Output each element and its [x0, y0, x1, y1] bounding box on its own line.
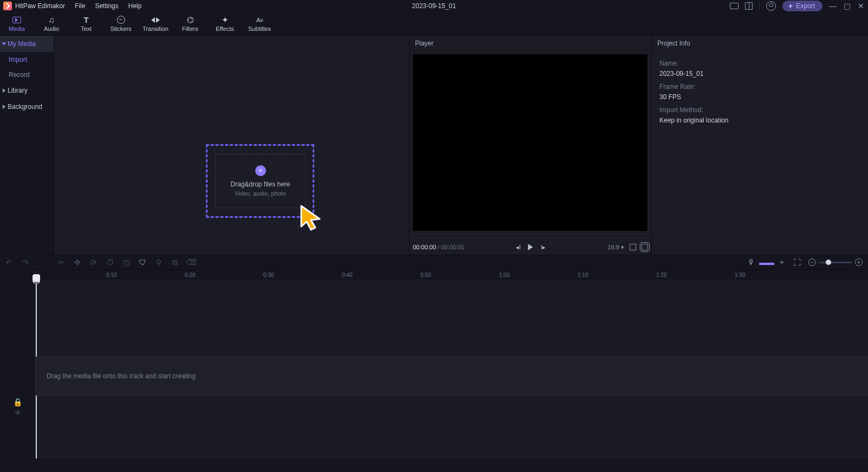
chevron-down-icon [2, 43, 7, 46]
player-viewport[interactable] [413, 54, 648, 231]
dropzone-line2: Video, audio, photo [235, 190, 286, 197]
dropzone-line1: Drag&drop files here [230, 180, 290, 188]
marker-button[interactable]: 🛡 [139, 258, 146, 266]
zoom-out-button[interactable]: − [808, 258, 816, 266]
export-button[interactable]: Export [782, 1, 822, 11]
tab-effects[interactable]: Effects [212, 16, 237, 32]
menu-file[interactable]: File [75, 2, 85, 10]
timecode-duration: 00:00:00 [441, 244, 464, 250]
zoom-thumb[interactable] [826, 260, 831, 265]
add-marker-button[interactable]: ＋ [778, 258, 786, 266]
export-label: Export [796, 2, 815, 10]
timecode-sep: / [436, 244, 441, 250]
auto-cut-button[interactable]: ▬▬ [763, 258, 770, 266]
account-icon[interactable] [766, 1, 776, 11]
ruler-tick: 0:10 [106, 272, 116, 278]
tab-transition[interactable]: Transition [143, 16, 168, 32]
project-info-panel: Project Info Name: 2023-09-15_01 Frame R… [651, 36, 868, 255]
aspect-ratio-select[interactable]: 16:9 ▾ [608, 244, 624, 251]
ruler-tick: 0:30 [263, 272, 274, 278]
transition-icon [151, 17, 160, 23]
timeline-tracks[interactable]: Drag the media file onto this track and … [36, 281, 868, 458]
tab-subtitles-label: Subtitles [248, 25, 271, 32]
sidebar-item-background[interactable]: Background [0, 99, 54, 115]
fit-button[interactable]: ⛶ [793, 258, 801, 266]
tab-stickers[interactable]: Stickers [108, 16, 133, 32]
timecode: 00:00:00 / 00:00:00 [413, 244, 464, 250]
window-close-button[interactable] [857, 2, 865, 10]
video-track[interactable]: Drag the media file onto this track and … [36, 357, 868, 396]
menu-bar: File Settings Help [75, 2, 141, 10]
ruler-tick: 1:20 [656, 272, 666, 278]
zoom-in-button[interactable]: + [855, 258, 863, 266]
menu-settings[interactable]: Settings [95, 2, 118, 10]
zoom-track[interactable] [819, 262, 852, 263]
divider [759, 2, 760, 10]
window-maximize-button[interactable] [843, 2, 851, 10]
adjust-button[interactable]: ⚲ [155, 258, 163, 266]
title-bar: HitPaw Edimakor File Settings Help 2023-… [0, 0, 868, 12]
redo-button[interactable]: ↷ [22, 258, 29, 266]
sidebar-item-import[interactable]: Import [0, 52, 54, 67]
empty-area-top [36, 281, 868, 340]
tab-text-label: Text [81, 25, 92, 32]
filters-icon [185, 16, 195, 24]
snapshot-button[interactable] [630, 244, 636, 250]
subtitles-icon [255, 16, 264, 24]
play-button[interactable] [528, 244, 533, 250]
sidebar-item-record[interactable]: Record [0, 67, 54, 82]
track-button[interactable]: ⧉ [171, 258, 179, 266]
timeline: 🔒 👁 Drag the media file onto this track … [0, 281, 868, 458]
audio-icon [47, 16, 56, 24]
crop-button[interactable]: ◫ [122, 258, 130, 266]
tab-filters-label: Filters [182, 25, 198, 32]
undo-button[interactable]: ↶ [5, 258, 13, 266]
move-button[interactable]: ✥ [74, 258, 81, 266]
ruler-tick: 0:50 [420, 272, 431, 278]
text-icon [81, 16, 91, 24]
media-icon [12, 17, 21, 23]
import-method-label: Import Method: [659, 106, 860, 114]
keyboard-shortcuts-icon[interactable] [730, 3, 739, 9]
tab-text[interactable]: Text [74, 16, 99, 32]
player-progress[interactable] [413, 234, 648, 237]
chevron-right-icon [3, 105, 5, 109]
next-frame-button[interactable]: Ⅰ▸ [541, 244, 546, 251]
timeline-ruler[interactable]: 0:100:200:300:400:501:001:101:201:30 [0, 270, 868, 281]
media-panel: + Drag&drop files here Video, audio, pho… [54, 36, 409, 255]
sidebar-item-my-media[interactable]: My Media [0, 36, 54, 52]
delete-button[interactable]: ⌫ [187, 258, 195, 266]
window-minimize-button[interactable] [829, 2, 837, 10]
effects-icon [220, 16, 230, 24]
cut-button[interactable]: ✂ [57, 258, 65, 266]
add-icon: + [255, 165, 266, 176]
tab-transition-label: Transition [142, 25, 169, 32]
project-title: 2023-09-15_01 [412, 2, 456, 10]
sidebar-item-library[interactable]: Library [0, 82, 54, 99]
fullscreen-button[interactable] [642, 244, 648, 250]
player-title: Player [410, 36, 651, 51]
timecode-current: 00:00:00 [413, 244, 436, 250]
player-panel: Player 00:00:00 / 00:00:00 ◂Ⅰ Ⅰ▸ 16:9 ▾ [409, 36, 651, 255]
project-name-label: Name: [659, 60, 860, 67]
zoom-slider[interactable]: − + [808, 258, 863, 266]
tab-audio[interactable]: Audio [39, 16, 64, 32]
project-info-title: Project Info [652, 36, 868, 51]
speed-button[interactable]: ⏱ [106, 258, 114, 266]
visibility-icon[interactable]: 👁 [14, 409, 22, 417]
prev-frame-button[interactable]: ◂Ⅰ [516, 244, 521, 251]
track-hint: Drag the media file onto this track and … [47, 372, 196, 380]
lock-track-icon[interactable]: 🔒 [14, 398, 22, 406]
tab-filters[interactable]: Filters [178, 16, 203, 32]
menu-help[interactable]: Help [128, 2, 142, 10]
tab-media[interactable]: Media [4, 16, 29, 32]
app-name: HitPaw Edimakor [15, 2, 65, 10]
ruler-tick: 1:10 [578, 272, 588, 278]
tab-subtitles[interactable]: Subtitles [247, 16, 272, 32]
import-dropzone[interactable]: + Drag&drop files here Video, audio, pho… [215, 154, 306, 208]
sidebar-label-library: Library [8, 87, 28, 94]
rotate-button[interactable]: ⟳ [90, 258, 98, 266]
guide-icon[interactable] [745, 2, 753, 10]
ruler-tick: 1:00 [499, 272, 509, 278]
voiceover-button[interactable]: 🎙 [748, 258, 755, 266]
